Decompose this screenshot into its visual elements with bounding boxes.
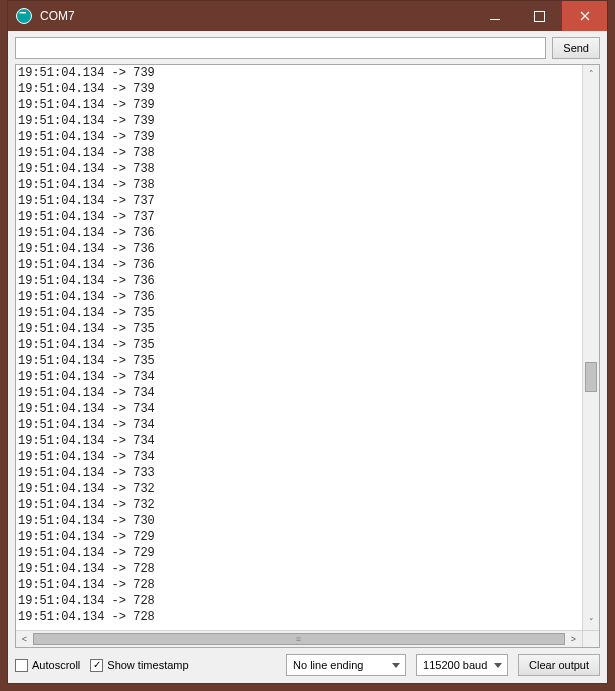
scroll-down-icon[interactable]: ˅ [583,613,599,630]
baud-select[interactable]: 115200 baud [416,654,508,676]
window-title: COM7 [40,9,472,23]
autoscroll-checkbox[interactable]: Autoscroll [15,659,80,672]
autoscroll-label: Autoscroll [32,659,80,671]
scroll-track-h[interactable]: ≡ [33,631,565,647]
timestamp-label: Show timestamp [107,659,188,671]
scroll-thumb-h[interactable]: ≡ [33,633,565,645]
send-input[interactable] [15,37,546,59]
scroll-corner [582,631,599,647]
line-ending-select[interactable]: No line ending [286,654,406,676]
minimize-button[interactable] [472,1,517,31]
close-button[interactable] [562,1,607,31]
titlebar: COM7 [8,1,607,31]
line-ending-value: No line ending [293,659,363,671]
checkbox-icon [15,659,28,672]
vertical-scrollbar[interactable]: ˄ ˅ [582,65,599,630]
serial-output: 19:51:04.134 -> 739 19:51:04.134 -> 739 … [16,65,582,630]
bottom-bar: Autoscroll ✓ Show timestamp No line endi… [8,648,607,683]
maximize-button[interactable] [517,1,562,31]
scroll-thumb-v[interactable] [585,362,597,392]
send-row: Send [8,31,607,64]
checkbox-icon: ✓ [90,659,103,672]
scroll-right-icon[interactable]: > [565,631,582,647]
baud-value: 115200 baud [423,659,487,671]
horizontal-scrollbar[interactable]: < ≡ > [16,630,599,647]
serial-monitor-window: COM7 Send 19:51:04.134 -> 739 19:51:04.1… [7,0,608,684]
arduino-icon [16,8,32,24]
timestamp-checkbox[interactable]: ✓ Show timestamp [90,659,188,672]
scroll-up-icon[interactable]: ˄ [583,65,599,82]
output-panel: 19:51:04.134 -> 739 19:51:04.134 -> 739 … [15,64,600,648]
scroll-track-v[interactable] [583,82,599,613]
clear-output-button[interactable]: Clear output [518,654,600,676]
send-button[interactable]: Send [552,37,600,59]
scroll-left-icon[interactable]: < [16,631,33,647]
window-controls [472,1,607,31]
